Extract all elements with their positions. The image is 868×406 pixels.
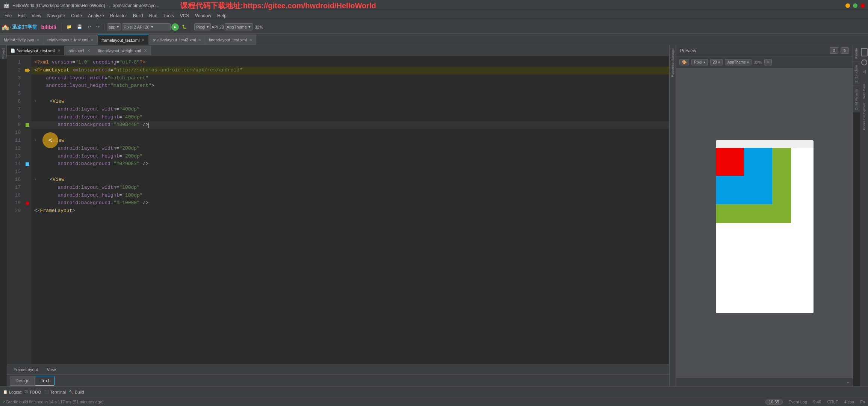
app-dropdown-label: app [109,25,115,29]
tab2-close[interactable]: ✕ [57,48,60,53]
run-button[interactable]: ▶ [171,23,179,31]
gutter-14[interactable] [24,160,31,168]
code-line-20: </FrameLayout> [31,207,669,215]
preview-config-btn[interactable]: ⚙ [830,47,838,54]
menu-help[interactable]: Help [214,12,230,19]
todo-btn[interactable]: ☑ TODO [24,390,41,394]
tab-relativelayout[interactable]: relativelayout_test.xml ✕ [44,35,98,45]
edit-icon[interactable]: ✏ [847,379,850,385]
logo-text: ·迅途IT学堂 [9,24,37,30]
text-tab[interactable]: Text [35,376,54,386]
code-content[interactable]: <?xml version="1.0" encoding="utf-8"?> <… [31,56,669,364]
tab2-close[interactable]: ✕ [87,48,90,53]
theme-label: AppTheme [227,25,247,29]
preview-view-red [716,148,744,176]
tab-relativelayout2[interactable]: relativelayout_test2.xml ✕ [149,35,205,45]
preview-theme-btn[interactable]: 🎨 [679,59,689,65]
preview-refresh-btn[interactable]: ↻ [841,47,849,54]
menu-vcs[interactable]: VCS [177,12,192,19]
tab-close[interactable]: ✕ [36,38,39,42]
structure-label[interactable]: 2: Structure [854,62,858,86]
tab-main-activity[interactable]: MainActivity.java ✕ [0,35,44,45]
event-log-btn[interactable]: Event Log [789,400,808,404]
preview-apptheme-btn[interactable]: AppTheme ▾ [725,59,752,65]
devicefile-label[interactable]: Device File Explorer [862,103,866,130]
tab2-framelayout[interactable]: 📄 framelayout_test.xml ✕ [7,46,65,55]
preview-device-btn[interactable]: Pixel ▾ [691,59,708,65]
tab-close[interactable]: ✕ [249,38,252,42]
menu-refactor[interactable]: Refactor [107,12,130,19]
toolbar-save-btn[interactable]: 💾 [75,24,85,30]
toolbar-redo-btn[interactable]: ↪ [94,24,102,30]
app-dropdown[interactable]: app ▾ [107,23,121,30]
gutter-9[interactable] [24,121,31,129]
design-tab[interactable]: Design [10,376,35,386]
wordbook-label[interactable]: Word Book [862,84,866,98]
breakpoint-19[interactable] [26,201,29,205]
tab2-linearlayout-weight[interactable]: linearlayout_weight.xml ✕ [94,46,151,55]
menu-tools[interactable]: Tools [160,12,177,19]
menu-edit[interactable]: Edit [15,12,29,19]
gradle-status: Gradle build finished in 14 s 117 ms (51… [6,400,103,404]
tab-close[interactable]: ✕ [142,38,145,42]
gradle-btn[interactable]: 10:55 [765,399,783,405]
project-label[interactable]: Project [2,48,5,59]
menu-navigate[interactable]: Navigate [44,12,68,19]
preview-zoom-in-btn[interactable]: + [764,59,772,65]
preview-api-label: 29 [713,60,717,64]
tab-linearlayout[interactable]: linearlayout_test.xml ✕ [205,35,256,45]
gutter [24,56,31,364]
gutter-12 [24,145,31,153]
preview-api-btn[interactable]: 29 ▾ [710,59,723,65]
tab-close[interactable]: ✕ [91,38,94,42]
device-dropdown[interactable]: Pixel 2 API 28 ▾ [122,23,171,30]
preview-title: Preview [680,48,696,53]
theme-dropdown[interactable]: AppTheme ▾ [225,23,253,30]
terminal-btn[interactable]: ⬛ Terminal [44,390,66,394]
tab-close[interactable]: ✕ [198,38,201,42]
menu-code[interactable]: Code [68,12,85,19]
circle-icon[interactable] [861,59,867,65]
maximize-btn[interactable] [853,3,857,8]
resource-manager-label[interactable]: Resource Manager [671,45,674,80]
toolbar-open-btn[interactable]: 📁 [64,24,74,30]
zoom-dropdown[interactable]: Pixel ▾ [194,23,211,30]
preview-zoom-label: 32% [754,60,762,65]
gutter-19[interactable] [24,199,31,207]
minimize-btn[interactable] [845,3,850,8]
preview-device-arrow: ▾ [703,60,705,64]
palette-label[interactable]: Palette [854,45,858,62]
code-line-6: ▾ <View [31,98,669,106]
fold-16[interactable]: ▾ [34,176,36,184]
gutter-20 [24,207,31,215]
fold-6[interactable]: ▾ [34,98,36,106]
view-icon[interactable] [861,48,868,56]
code-line-19: android:background="#F10000" /> [31,199,669,207]
bottom-tab-view[interactable]: View [43,365,60,374]
tab2-attrs[interactable]: attrs.xml ✕ [65,46,94,55]
toolbar-undo-btn[interactable]: ↩ [85,24,93,30]
bottom-tab-framelayout[interactable]: FrameLayout [10,365,42,374]
menu-window[interactable]: Window [192,12,214,19]
menu-run[interactable]: Run [146,12,160,19]
gutter-15 [24,168,31,176]
build-variants-label[interactable]: Build Variants [854,86,858,113]
code-line-1: <?xml version="1.0" encoding="utf-8"?> [31,59,669,67]
build-icon: 🔨 [69,390,73,394]
menu-view[interactable]: View [29,12,44,19]
gutter-13 [24,153,31,161]
debug-btn[interactable]: 🐛 [180,24,189,30]
close-btn[interactable] [860,3,865,8]
tab2-close[interactable]: ✕ [144,48,147,53]
tab-framelayout[interactable]: framelayout_test.xml ✕ [98,35,149,45]
gutter-11 [24,137,31,145]
menu-file[interactable]: File [2,12,15,19]
logcat-btn[interactable]: 📋 Logcat [3,390,21,394]
menu-analyze[interactable]: Analyze [85,12,107,19]
menu-build[interactable]: Build [130,12,146,19]
gutter-2[interactable] [24,67,31,74]
back-icon[interactable]: ◁ [862,68,865,75]
status-check-icon: ✓ [3,399,6,404]
build-btn[interactable]: 🔨 Build [69,390,84,394]
fold-11[interactable]: ▾ [34,137,36,145]
